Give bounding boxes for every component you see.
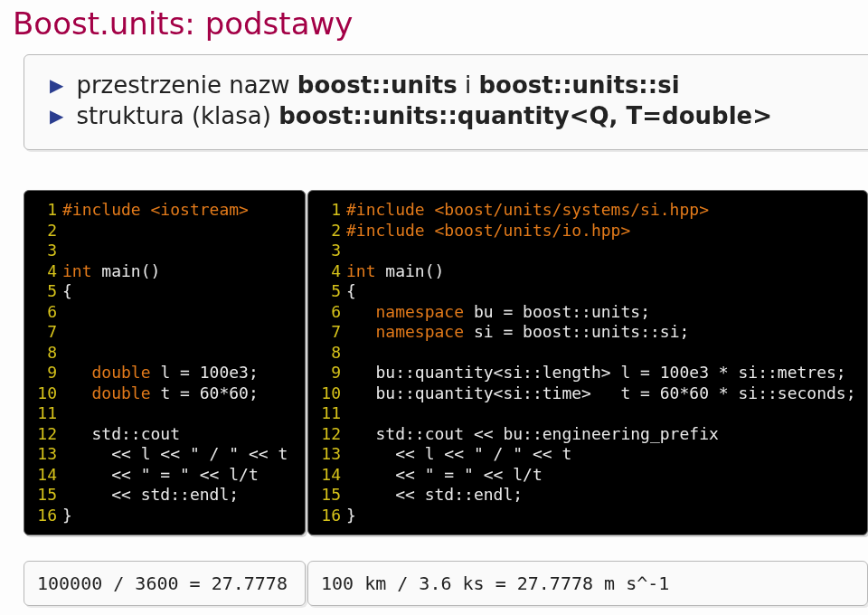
- bullet-1-text: przestrzenie nazw boost::units i boost::…: [76, 71, 679, 99]
- triangle-icon: ▶: [50, 105, 63, 127]
- triangle-icon: ▶: [50, 74, 63, 96]
- code-block-right: 1#include <boost/units/systems/si.hpp> 2…: [307, 190, 868, 535]
- output-right: 100 km / 3.6 ks = 27.7778 m s^-1: [307, 561, 868, 606]
- bullet-1: ▶ przestrzenie nazw boost::units i boost…: [50, 71, 868, 99]
- slide-title: Boost.units: podstawy: [13, 5, 353, 42]
- bullet-2-text: struktura (klasa) boost::units::quantity…: [76, 102, 772, 129]
- bullets-frame: ▶ przestrzenie nazw boost::units i boost…: [24, 54, 868, 150]
- code-block-left: 1#include <iostream> 2 3 4int main() 5{ …: [24, 190, 306, 535]
- output-left: 100000 / 3600 = 27.7778: [24, 561, 306, 606]
- bullet-2: ▶ struktura (klasa) boost::units::quanti…: [50, 102, 868, 129]
